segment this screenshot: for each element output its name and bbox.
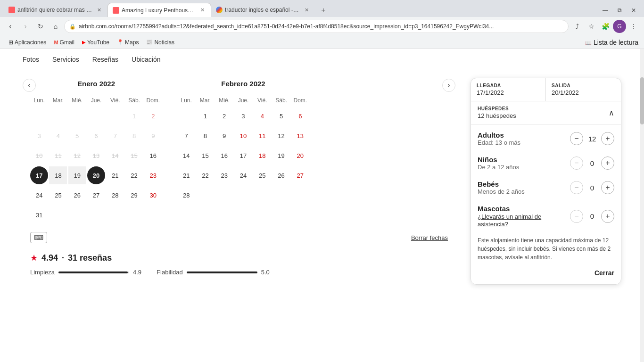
day-6-feb[interactable]: 6 bbox=[291, 107, 309, 125]
reload-button[interactable]: ↻ bbox=[34, 20, 47, 33]
nav-fotos[interactable]: Fotos bbox=[23, 56, 39, 63]
scrollbar[interactable] bbox=[640, 49, 644, 362]
bookmark-noticias[interactable]: 📰 Noticias bbox=[143, 38, 177, 47]
reading-list[interactable]: 📖 Lista de lectura bbox=[585, 39, 638, 46]
day-4-feb[interactable]: 4 bbox=[253, 107, 271, 125]
window-close[interactable]: ✕ bbox=[627, 4, 640, 17]
day-21-feb[interactable]: 21 bbox=[177, 166, 195, 184]
tab-3-close[interactable]: ✕ bbox=[303, 6, 310, 14]
back-button[interactable]: ‹ bbox=[4, 20, 17, 33]
day-22-jan[interactable]: 22 bbox=[125, 166, 143, 184]
close-button[interactable]: Cerrar bbox=[594, 269, 614, 277]
ninos-desc: De 2 a 12 años bbox=[478, 164, 519, 171]
nav-resenas[interactable]: Reseñas bbox=[92, 56, 118, 63]
day-12-feb[interactable]: 12 bbox=[272, 127, 290, 145]
nav-servicios[interactable]: Servicios bbox=[52, 56, 79, 63]
llegada-field[interactable]: LLEGADA 17/1/2022 bbox=[471, 78, 546, 101]
day-25-feb[interactable]: 25 bbox=[253, 166, 271, 184]
day-18-feb[interactable]: 18 bbox=[253, 147, 271, 165]
share-icon[interactable]: ⤴ bbox=[570, 20, 584, 33]
day-27-feb[interactable]: 27 bbox=[291, 166, 309, 184]
salida-field[interactable]: SALIDA 20/1/2022 bbox=[546, 78, 621, 101]
day-29-jan[interactable]: 29 bbox=[125, 186, 143, 204]
day-28-feb[interactable]: 28 bbox=[177, 186, 195, 204]
day-19-feb[interactable]: 19 bbox=[272, 147, 290, 165]
day-26-jan[interactable]: 26 bbox=[68, 186, 86, 204]
mascotas-row: Mascotas ¿Llevarás un animal de asistenc… bbox=[471, 200, 621, 232]
nav-ubicacion[interactable]: Ubicación bbox=[132, 56, 160, 63]
calendar-prev-button[interactable]: ‹ bbox=[23, 79, 36, 92]
calendar-next-button[interactable]: › bbox=[442, 79, 455, 92]
day-18-jan[interactable]: 18 bbox=[49, 166, 67, 184]
day-30-jan[interactable]: 30 bbox=[144, 186, 162, 204]
tab-2[interactable]: Amazing Luxury Penthouse with ✕ bbox=[107, 3, 211, 17]
adultos-plus[interactable]: + bbox=[601, 132, 614, 145]
tab-1-close[interactable]: ✕ bbox=[95, 6, 103, 14]
day-15-feb[interactable]: 15 bbox=[196, 147, 214, 165]
day-20-jan[interactable]: 20 bbox=[87, 166, 105, 184]
address-bar[interactable]: 🔒 airbnb.com.co/rooms/12755994?adults=12… bbox=[64, 20, 569, 33]
day-22-feb[interactable]: 22 bbox=[196, 166, 214, 184]
mascotas-minus[interactable]: − bbox=[570, 210, 583, 223]
day-14-feb[interactable]: 14 bbox=[177, 147, 195, 165]
bookmark-icon[interactable]: ☆ bbox=[585, 20, 598, 33]
guests-field[interactable]: HUÉSPEDES 12 huéspedes ∧ bbox=[471, 101, 621, 124]
day-13-feb[interactable]: 13 bbox=[291, 127, 309, 145]
day-23-feb[interactable]: 23 bbox=[215, 166, 233, 184]
ninos-minus[interactable]: − bbox=[570, 156, 583, 170]
tab-1[interactable]: anfitrión quiere cobrar mas - Airl ✕ bbox=[4, 3, 107, 17]
day-19-jan[interactable]: 19 bbox=[68, 166, 86, 184]
day-2-feb[interactable]: 2 bbox=[215, 107, 233, 125]
bookmark-apps[interactable]: ⊞ Aplicaciones bbox=[6, 38, 49, 47]
window-minimize[interactable]: — bbox=[599, 4, 612, 17]
day-3-feb[interactable]: 3 bbox=[234, 107, 252, 125]
profile-icon[interactable]: G bbox=[613, 20, 626, 33]
day-28-jan[interactable]: 28 bbox=[106, 186, 124, 204]
window-maximize[interactable]: ⧉ bbox=[613, 4, 626, 17]
day-24-feb[interactable]: 24 bbox=[234, 166, 252, 184]
ninos-plus[interactable]: + bbox=[601, 156, 614, 170]
mascotas-plus[interactable]: + bbox=[601, 210, 614, 223]
day-17-jan[interactable]: 17 bbox=[30, 166, 48, 184]
ninos-row: Niños De 2 a 12 años − 0 + bbox=[471, 151, 621, 175]
bookmark-gmail[interactable]: M Gmail bbox=[51, 38, 77, 47]
bebes-desc: Menos de 2 años bbox=[478, 188, 525, 195]
day-23-jan[interactable]: 23 bbox=[144, 166, 162, 184]
day-20-feb[interactable]: 20 bbox=[291, 147, 309, 165]
day-26-feb[interactable]: 26 bbox=[272, 166, 290, 184]
bebes-plus[interactable]: + bbox=[601, 181, 614, 194]
day-8-feb[interactable]: 8 bbox=[196, 127, 214, 145]
day-10-feb[interactable]: 10 bbox=[234, 127, 252, 145]
day-11-feb[interactable]: 11 bbox=[253, 127, 271, 145]
new-tab-button[interactable]: + bbox=[317, 4, 330, 17]
reading-list-label: Lista de lectura bbox=[594, 39, 638, 46]
bookmark-youtube[interactable]: ▶ YouTube bbox=[79, 38, 112, 47]
adultos-minus[interactable]: − bbox=[570, 132, 583, 145]
day-5-feb[interactable]: 5 bbox=[272, 107, 290, 125]
bookmark-maps[interactable]: 📍 Maps bbox=[114, 38, 141, 47]
day-16-jan[interactable]: 16 bbox=[144, 147, 162, 165]
day-27-jan[interactable]: 27 bbox=[87, 186, 105, 204]
day-7-feb[interactable]: 7 bbox=[177, 127, 195, 145]
day-9-feb[interactable]: 9 bbox=[215, 127, 233, 145]
extensions-icon[interactable]: 🧩 bbox=[599, 20, 612, 33]
tab-3[interactable]: traductor ingles e español - Busc ✕ bbox=[211, 3, 315, 17]
tab-2-close[interactable]: ✕ bbox=[198, 7, 206, 14]
day-1-feb[interactable]: 1 bbox=[196, 107, 214, 125]
day-31-jan[interactable]: 31 bbox=[30, 206, 48, 224]
mascotas-link[interactable]: ¿Llevarás un animal de asistencia? bbox=[478, 213, 541, 228]
forward-button[interactable]: › bbox=[19, 20, 32, 33]
menu-icon[interactable]: ⋮ bbox=[627, 20, 640, 33]
day-25-jan[interactable]: 25 bbox=[49, 186, 67, 204]
day-21-jan[interactable]: 21 bbox=[106, 166, 124, 184]
scrollbar-thumb[interactable] bbox=[640, 77, 644, 124]
day-24-jan[interactable]: 24 bbox=[30, 186, 48, 204]
home-button[interactable]: ⌂ bbox=[49, 20, 62, 33]
calendar-february-grid: Lun. Mar. Mié. Jue. Vié. Sáb. Dom. 1 2 3 bbox=[177, 95, 309, 205]
day-16-feb[interactable]: 16 bbox=[215, 147, 233, 165]
clear-dates-button[interactable]: Borrar fechas bbox=[411, 234, 448, 241]
keyboard-toggle[interactable]: ⌨ bbox=[30, 232, 47, 243]
day-header-vie: Vié. bbox=[106, 95, 124, 106]
bebes-minus[interactable]: − bbox=[570, 181, 583, 194]
day-17-feb[interactable]: 17 bbox=[234, 147, 252, 165]
